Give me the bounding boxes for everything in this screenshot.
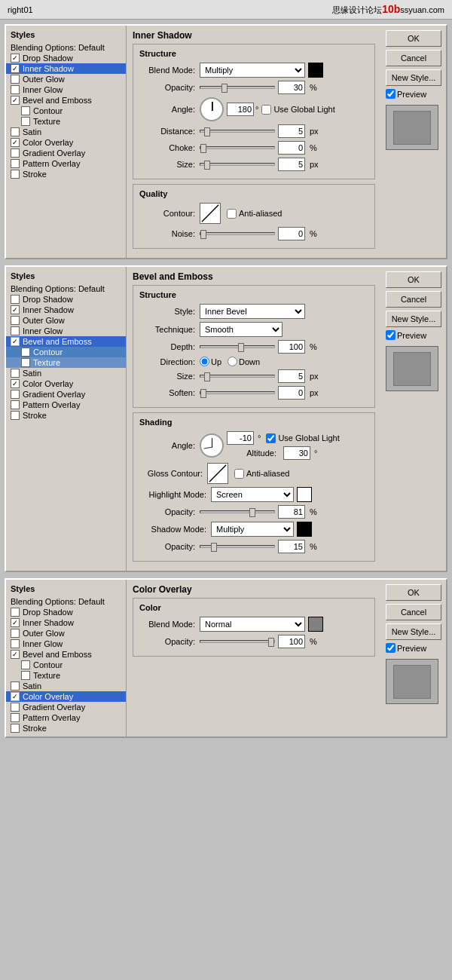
sidebar-item-satin-2[interactable]: Satin — [6, 368, 126, 378]
new-style-button-3[interactable]: New Style... — [386, 623, 441, 640]
cancel-button-1[interactable]: Cancel — [386, 50, 441, 66]
sidebar-item-bevel-emboss-1[interactable]: Bevel and Emboss — [6, 95, 126, 106]
ok-button-1[interactable]: OK — [386, 30, 441, 47]
checkbox-texture-1[interactable] — [21, 117, 30, 126]
shading-angle-input-2[interactable] — [227, 431, 254, 445]
sidebar-item-pattern-overlay-2[interactable]: Pattern Overlay — [6, 400, 126, 410]
technique-select-2[interactable]: Smooth — [200, 322, 282, 337]
checkbox-color-overlay-3[interactable] — [11, 692, 20, 701]
sidebar-item-stroke-1[interactable]: Stroke — [6, 169, 126, 179]
noise-input-1[interactable] — [278, 227, 305, 240]
new-style-button-2[interactable]: New Style... — [386, 311, 441, 327]
style-select-2[interactable]: Inner Bevel — [200, 304, 305, 319]
blend-color-swatch-3[interactable] — [308, 617, 323, 632]
checkbox-satin-2[interactable] — [11, 369, 20, 378]
cancel-button-2[interactable]: Cancel — [386, 291, 441, 308]
checkbox-outer-glow-2[interactable] — [11, 316, 20, 325]
sidebar-item-gradient-overlay-1[interactable]: Gradient Overlay — [6, 148, 126, 158]
anti-aliased-label-2[interactable]: Anti-aliased — [234, 469, 289, 479]
sidebar-item-outer-glow-3[interactable]: Outer Glow — [6, 628, 126, 639]
sidebar-item-stroke-3[interactable]: Stroke — [6, 723, 126, 733]
sidebar-item-texture-2[interactable]: Texture — [6, 357, 126, 368]
blend-color-swatch-1[interactable] — [308, 63, 323, 78]
shadow-mode-select-2[interactable]: Multiply — [211, 522, 294, 537]
checkbox-bevel-emboss-1[interactable] — [11, 96, 20, 105]
shadow-color-swatch-2[interactable] — [297, 522, 312, 537]
checkbox-inner-shadow-3[interactable] — [11, 618, 20, 627]
sidebar-item-texture-1[interactable]: Texture — [6, 116, 126, 127]
ok-button-3[interactable]: OK — [386, 584, 441, 601]
checkbox-texture-2[interactable] — [21, 358, 30, 367]
checkbox-inner-shadow-2[interactable] — [11, 305, 20, 314]
highlight-opacity-slider-track-2[interactable] — [200, 510, 275, 513]
noise-slider-1[interactable] — [200, 232, 275, 235]
sidebar-item-color-overlay-3[interactable]: Color Overlay — [6, 691, 126, 702]
angle-dial-1[interactable] — [200, 97, 224, 121]
blend-mode-select-3[interactable]: Normal — [200, 617, 305, 632]
checkbox-color-overlay-1[interactable] — [11, 138, 20, 147]
anti-aliased-label-1[interactable]: Anti-aliased — [227, 209, 282, 219]
sidebar-item-gradient-overlay-3[interactable]: Gradient Overlay — [6, 702, 126, 712]
sidebar-item-gradient-overlay-2[interactable]: Gradient Overlay — [6, 389, 126, 400]
sidebar-item-bevel-emboss-3[interactable]: Bevel and Emboss — [6, 649, 126, 660]
direction-down-2[interactable]: Down — [228, 357, 260, 366]
checkbox-satin-1[interactable] — [11, 127, 20, 136]
sidebar-item-stroke-2[interactable]: Stroke — [6, 410, 126, 421]
checkbox-gradient-overlay-3[interactable] — [11, 703, 20, 712]
anti-aliased-checkbox-1[interactable] — [227, 209, 237, 219]
checkbox-inner-glow-3[interactable] — [11, 639, 20, 648]
checkbox-color-overlay-2[interactable] — [11, 379, 20, 388]
checkbox-contour-3[interactable] — [21, 660, 30, 669]
sidebar-item-drop-shadow-1[interactable]: Drop Shadow — [6, 53, 126, 63]
sidebar-item-inner-glow-1[interactable]: Inner Glow — [6, 84, 126, 95]
highlight-opacity-input-2[interactable] — [278, 505, 305, 519]
checkbox-stroke-1[interactable] — [11, 170, 20, 179]
checkbox-stroke-2[interactable] — [11, 411, 20, 420]
sidebar-item-inner-shadow-2[interactable]: Inner Shadow — [6, 305, 126, 315]
gloss-contour-thumb-2[interactable] — [207, 463, 228, 484]
angle-input-1[interactable] — [227, 103, 254, 116]
sidebar-item-drop-shadow-3[interactable]: Drop Shadow — [6, 607, 126, 617]
soften-slider-2[interactable] — [200, 391, 275, 394]
checkbox-inner-glow-2[interactable] — [11, 326, 20, 335]
sidebar-item-outer-glow-2[interactable]: Outer Glow — [6, 315, 126, 326]
sidebar-item-contour-1[interactable]: Contour — [6, 106, 126, 116]
depth-slider-2[interactable] — [200, 345, 275, 348]
shading-angle-dial-2[interactable] — [200, 433, 224, 458]
checkbox-pattern-overlay-3[interactable] — [11, 713, 20, 722]
preview-checkbox-1[interactable] — [386, 89, 396, 99]
checkbox-drop-shadow-1[interactable] — [11, 54, 20, 63]
checkbox-inner-shadow-1[interactable] — [11, 64, 20, 73]
checkbox-drop-shadow-3[interactable] — [11, 608, 20, 617]
global-light-checkbox-1[interactable] — [261, 105, 271, 115]
preview-checkbox-3[interactable] — [386, 643, 396, 653]
sidebar-item-texture-3[interactable]: Texture — [6, 670, 126, 681]
sidebar-item-pattern-overlay-3[interactable]: Pattern Overlay — [6, 712, 126, 723]
new-style-button-1[interactable]: New Style... — [386, 69, 441, 86]
sidebar-item-satin-1[interactable]: Satin — [6, 127, 126, 137]
sidebar-item-contour-2[interactable]: Contour — [6, 347, 126, 357]
blend-mode-select-1[interactable]: Multiply — [200, 63, 305, 78]
sidebar-item-color-overlay-1[interactable]: Color Overlay — [6, 137, 126, 148]
altitude-input-2[interactable] — [283, 446, 310, 460]
sidebar-item-inner-glow-2[interactable]: Inner Glow — [6, 326, 126, 336]
preview-checkbox-2[interactable] — [386, 330, 396, 340]
checkbox-outer-glow-1[interactable] — [11, 75, 20, 84]
size-input-2[interactable] — [278, 369, 305, 383]
distance-slider-1[interactable] — [200, 130, 275, 133]
checkbox-pattern-overlay-2[interactable] — [11, 400, 20, 409]
checkbox-gradient-overlay-2[interactable] — [11, 390, 20, 399]
size-slider-2[interactable] — [200, 375, 275, 378]
global-light-label-1[interactable]: Use Global Light — [261, 105, 334, 115]
sidebar-item-bevel-emboss-2[interactable]: Bevel and Emboss — [6, 336, 126, 347]
checkbox-contour-2[interactable] — [21, 348, 30, 357]
sidebar-item-drop-shadow-2[interactable]: Drop Shadow — [6, 294, 126, 305]
size-input-1[interactable] — [278, 158, 305, 171]
size-slider-1[interactable] — [200, 163, 275, 166]
sidebar-item-pattern-overlay-1[interactable]: Pattern Overlay — [6, 158, 126, 169]
opacity-slider-3[interactable] — [200, 640, 275, 643]
shadow-opacity-input-2[interactable] — [278, 540, 305, 553]
sidebar-item-satin-3[interactable]: Satin — [6, 681, 126, 691]
anti-aliased-checkbox-2[interactable] — [234, 469, 244, 479]
depth-input-2[interactable] — [278, 340, 305, 354]
